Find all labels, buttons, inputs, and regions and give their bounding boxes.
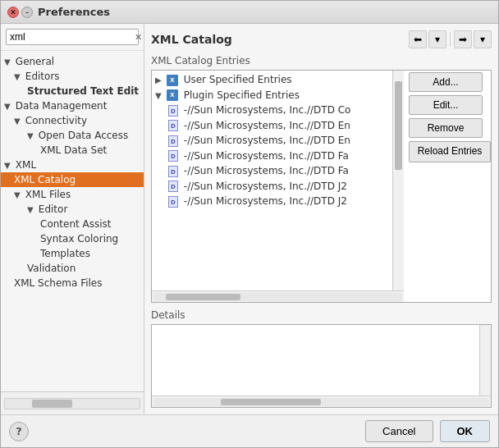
left-panel-hscrollbar[interactable] [4,398,140,409]
tree-item-xml-files[interactable]: ▼ XML Files [1,187,144,202]
remove-button[interactable]: Remove [409,118,483,138]
catalog-item-entry4[interactable]: D -//Sun Microsystems, Inc.//DTD Fa [152,149,392,164]
tree-label-xml: XML [16,159,36,171]
doc-icon-2: D [168,120,178,131]
catalog-item-entry7[interactable]: D -//Sun Microsystems, Inc.//DTD J2 [152,194,392,209]
catalog-item-user-specified[interactable]: ▶ X User Specified Entries [152,72,392,88]
catalog-item-entry1[interactable]: D -//Sun Microsystems, Inc.//DTD Co [152,103,392,118]
details-hscrollbar[interactable] [152,395,491,407]
tree-panel: ▼ General ▼ Editors Structured Text Edit… [1,51,144,391]
tree-label-content-assist: Content Assist [40,218,112,230]
catalog-item-entry5[interactable]: D -//Sun Microsystems, Inc.//DTD Fa [152,163,392,179]
expand-icon-plugin: ▼ [155,91,163,100]
doc-icon-4: D [168,150,178,162]
catalog-tree[interactable]: ▶ X User Specified Entries ▼ X Plugin Sp… [152,71,392,290]
catalog-label-entry1: -//Sun Microsystems, Inc.//DTD Co [184,104,351,116]
catalog-hscrollbar[interactable] [152,290,404,302]
dropdown2-button[interactable]: ▾ [474,30,492,48]
catalog-wrap: ▶ X User Specified Entries ▼ X Plugin Sp… [152,71,404,302]
dropdown-button[interactable]: ▾ [428,30,446,48]
tree-item-templates[interactable]: Templates [1,246,144,261]
tree-item-content-assist[interactable]: Content Assist [1,217,144,231]
tree-label-validation: Validation [27,263,76,274]
cancel-button[interactable]: Cancel [365,420,433,442]
footer: ? Cancel OK [1,414,498,447]
add-button[interactable]: Add... [409,72,483,92]
details-htrack [153,398,489,406]
right-header: XML Catalog ⬅ ▾ ➡ ▾ [151,30,492,48]
right-toolbar: ⬅ ▾ ➡ ▾ [409,30,492,48]
tree-label-xml-files: XML Files [25,189,71,200]
search-input[interactable] [10,31,133,43]
tree-label-connectivity: Connectivity [25,115,87,126]
doc-icon-5: D [168,166,178,177]
close-button[interactable]: ✕ [7,7,19,18]
vscrollbar-track [393,71,404,290]
tree-item-open-data-access[interactable]: ▼ Open Data Access [1,128,144,143]
back-button[interactable]: ⬅ [409,30,427,48]
edit-button[interactable]: Edit... [409,95,483,115]
catalog-main: ▶ X User Specified Entries ▼ X Plugin Sp… [152,71,404,290]
details-content-wrap [152,325,491,407]
tree-label-editors: Editors [25,71,60,82]
tree-item-connectivity[interactable]: ▼ Connectivity [1,113,144,128]
tree-item-xml-data-set[interactable]: XML Data Set [1,143,144,158]
doc-icon-6: D [168,181,178,192]
left-panel-hscrollbar-thumb [32,400,72,408]
window-controls: ✕ – [7,7,33,18]
window-title: Preferences [38,6,492,18]
tree-label-xml-catalog: XML Catalog [14,174,76,185]
details-hthumb [221,399,322,405]
preferences-window: ✕ – Preferences ✕ ▼ General ▼ Editors [0,0,499,448]
expand-icon-user: ▶ [155,75,163,85]
tree-item-structured-text-edit[interactable]: Structured Text Edit [1,84,144,98]
catalog-item-entry3[interactable]: D -//Sun Microsystems, Inc.//DTD En [152,133,392,149]
tree-item-syntax-coloring[interactable]: Syntax Coloring [1,231,144,246]
tree-label-xml-data-set: XML Data Set [40,144,107,156]
catalog-label-entry2: -//Sun Microsystems, Inc.//DTD En [184,120,350,131]
catalog-section: XML Catalog Entries ▶ X User Specified E… [151,55,492,408]
help-button[interactable]: ? [9,422,29,441]
tree-item-xml-schema-files[interactable]: XML Schema Files [1,276,144,290]
details-main [152,325,491,395]
catalog-label-entry3: -//Sun Microsystems, Inc.//DTD En [184,135,350,146]
details-vscrollbar[interactable] [479,325,491,395]
catalog-entries-label: XML Catalog Entries [151,55,492,66]
main-content: ✕ ▼ General ▼ Editors Structured Text Ed… [1,24,498,414]
tree-item-data-management[interactable]: ▼ Data Management [1,98,144,113]
tree-item-editor[interactable]: ▼ Editor [1,202,144,217]
tree-item-validation[interactable]: Validation [1,261,144,276]
tree-item-editors[interactable]: ▼ Editors [1,69,144,84]
details-section: Details [151,309,492,408]
xml-icon-user: X [167,75,178,86]
tree-label-editor: Editor [39,203,68,215]
clear-search-button[interactable]: ✕ [133,32,144,43]
catalog-action-buttons: Add... Edit... Remove Reload Entries [404,71,491,302]
tree-label-general: General [16,56,54,67]
catalog-label-plugin-specified: Plugin Specified Entries [184,89,300,101]
catalog-area: ▶ X User Specified Entries ▼ X Plugin Sp… [151,70,492,303]
search-box: ✕ [1,24,144,51]
left-panel: ✕ ▼ General ▼ Editors Structured Text Ed… [1,24,144,414]
catalog-item-entry6[interactable]: D -//Sun Microsystems, Inc.//DTD J2 [152,179,392,194]
catalog-vscrollbar[interactable] [392,71,404,290]
search-input-wrap: ✕ [6,29,139,45]
catalog-label-user-specified: User Specified Entries [184,74,292,85]
tree-label-open-data-access: Open Data Access [39,130,128,141]
catalog-label-entry4: -//Sun Microsystems, Inc.//DTD Fa [184,150,349,162]
ok-button[interactable]: OK [440,420,491,442]
details-label: Details [151,309,492,321]
forward-button[interactable]: ➡ [454,30,472,48]
catalog-item-entry2[interactable]: D -//Sun Microsystems, Inc.//DTD En [152,118,392,134]
tree-item-general[interactable]: ▼ General [1,54,144,69]
minimize-button[interactable]: – [21,7,33,18]
catalog-item-plugin-specified[interactable]: ▼ X Plugin Specified Entries [152,88,392,103]
tree-label-structured-text-edit: Structured Text Edit [27,85,139,97]
tree-item-xml-catalog[interactable]: XML Catalog [1,172,144,187]
doc-icon-1: D [168,105,178,117]
footer-right: Cancel OK [365,420,490,442]
catalog-label-entry6: -//Sun Microsystems, Inc.//DTD J2 [184,181,347,192]
tree-item-xml[interactable]: ▼ XML [1,158,144,172]
reload-entries-button[interactable]: Reload Entries [409,141,491,162]
hscrollbar-track [153,293,402,301]
